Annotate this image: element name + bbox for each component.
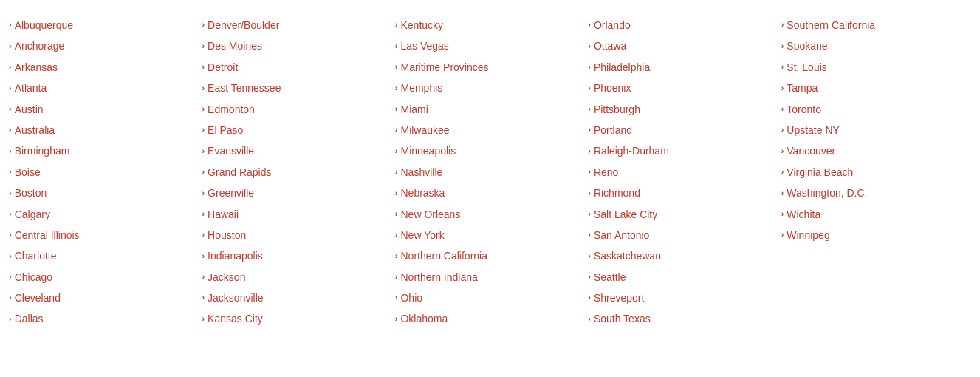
city-item[interactable]: ›Wichita bbox=[780, 204, 973, 225]
city-item[interactable]: ›Jackson bbox=[200, 267, 393, 288]
city-item[interactable]: ›Grand Rapids bbox=[200, 162, 393, 183]
city-item[interactable]: ›Richmond bbox=[586, 183, 779, 203]
chevron-right-icon: › bbox=[781, 18, 784, 32]
city-item[interactable]: ›Australia bbox=[7, 120, 200, 140]
city-item[interactable]: ›New York bbox=[394, 225, 586, 245]
chevron-right-icon: › bbox=[202, 228, 205, 242]
city-item[interactable]: ›Arkansas bbox=[7, 57, 200, 78]
city-label: San Antonio bbox=[594, 227, 650, 243]
city-item[interactable]: ›Atlanta bbox=[7, 78, 200, 98]
city-item[interactable]: ›Minneapolis bbox=[394, 140, 586, 161]
city-item[interactable]: ›Cleveland bbox=[7, 288, 200, 308]
city-item[interactable]: ›Detroit bbox=[200, 57, 393, 78]
city-item[interactable]: ›Kentucky bbox=[394, 15, 586, 35]
city-item[interactable]: ›Des Moines bbox=[200, 35, 393, 56]
city-item[interactable]: ›Ottawa bbox=[586, 35, 779, 56]
city-item[interactable]: ›Chicago bbox=[7, 267, 200, 288]
city-item[interactable]: ›Anchorage bbox=[7, 35, 200, 56]
city-item[interactable]: ›Vancouver bbox=[780, 140, 973, 161]
city-item[interactable]: ›Tampa bbox=[780, 78, 973, 98]
city-item[interactable]: ›El Paso bbox=[200, 120, 393, 140]
city-item[interactable]: ›Upstate NY bbox=[780, 120, 973, 140]
column-3: ›Kentucky›Las Vegas›Maritime Provinces›M… bbox=[394, 15, 586, 330]
city-label: Calgary bbox=[15, 206, 50, 223]
city-item[interactable]: ›Albuquerque bbox=[7, 15, 200, 35]
city-item[interactable]: ›Portland bbox=[586, 120, 779, 140]
chevron-right-icon: › bbox=[9, 123, 12, 137]
city-item[interactable]: ›Houston bbox=[200, 225, 393, 245]
city-item[interactable]: ›Shreveport bbox=[586, 288, 779, 308]
city-item[interactable]: ›Nebraska bbox=[394, 183, 586, 203]
city-item[interactable]: ›Boston bbox=[7, 183, 200, 203]
city-label: South Texas bbox=[594, 310, 651, 327]
city-label: Hawaii bbox=[208, 206, 239, 223]
city-item[interactable]: ›Dallas bbox=[7, 308, 200, 329]
city-label: Maritime Provinces bbox=[400, 59, 488, 75]
city-item[interactable]: ›Toronto bbox=[780, 99, 973, 120]
city-item[interactable]: ›Northern Indiana bbox=[394, 267, 586, 288]
chevron-right-icon: › bbox=[781, 187, 784, 200]
city-item[interactable]: ›Washington, D.C. bbox=[780, 183, 973, 203]
chevron-right-icon: › bbox=[202, 145, 205, 158]
city-item[interactable]: ›Charlotte bbox=[7, 245, 200, 266]
city-item[interactable]: ›Raleigh-Durham bbox=[586, 140, 779, 161]
city-item[interactable]: ›Hawaii bbox=[200, 204, 393, 225]
chevron-right-icon: › bbox=[202, 40, 205, 53]
chevron-right-icon: › bbox=[781, 145, 784, 158]
city-item[interactable]: ›Winnipeg bbox=[780, 225, 973, 245]
column-5: ›Southern California›Spokane›St. Louis›T… bbox=[780, 15, 973, 330]
city-item[interactable]: ›Orlando bbox=[586, 15, 779, 35]
city-item[interactable]: ›Phoenix bbox=[586, 78, 779, 98]
city-label: Australia bbox=[15, 122, 55, 138]
city-item[interactable]: ›Kansas City bbox=[200, 308, 393, 329]
city-label: Tampa bbox=[787, 80, 818, 96]
city-item[interactable]: ›Southern California bbox=[780, 15, 973, 35]
city-item[interactable]: ›Edmonton bbox=[200, 99, 393, 120]
city-item[interactable]: ›Jacksonville bbox=[200, 288, 393, 308]
chevron-right-icon: › bbox=[588, 145, 591, 158]
city-item[interactable]: ›Northern California bbox=[394, 245, 586, 266]
city-item[interactable]: ›Indianapolis bbox=[200, 245, 393, 266]
city-item[interactable]: ›Saskatchewan bbox=[586, 245, 779, 266]
city-item[interactable]: ›Memphis bbox=[394, 78, 586, 98]
city-label: Cleveland bbox=[15, 290, 61, 306]
city-label: Birmingham bbox=[15, 143, 70, 159]
city-item[interactable]: ›Virginia Beach bbox=[780, 162, 973, 183]
city-item[interactable]: ›Seattle bbox=[586, 267, 779, 288]
city-item[interactable]: ›Denver/Boulder bbox=[200, 15, 393, 35]
city-item[interactable]: ›Milwaukee bbox=[394, 120, 586, 140]
city-label: Greenville bbox=[208, 185, 254, 201]
chevron-right-icon: › bbox=[588, 40, 591, 53]
city-item[interactable]: ›Central Illinois bbox=[7, 225, 200, 245]
city-item[interactable]: ›Austin bbox=[7, 99, 200, 120]
city-item[interactable]: ›Las Vegas bbox=[394, 35, 586, 56]
city-item[interactable]: ›Greenville bbox=[200, 183, 393, 203]
city-item[interactable]: ›South Texas bbox=[586, 308, 779, 329]
chevron-right-icon: › bbox=[588, 291, 591, 305]
city-item[interactable]: ›Philadelphia bbox=[586, 57, 779, 78]
city-item[interactable]: ›Birmingham bbox=[7, 140, 200, 161]
city-item[interactable]: ›Calgary bbox=[7, 204, 200, 225]
chevron-right-icon: › bbox=[9, 40, 12, 53]
city-label: Dallas bbox=[15, 310, 44, 327]
city-item[interactable]: ›Boise bbox=[7, 162, 200, 183]
city-item[interactable]: ›Oklahoma bbox=[394, 308, 586, 329]
city-item[interactable]: ›Nashville bbox=[394, 162, 586, 183]
city-item[interactable]: ›Spokane bbox=[780, 35, 973, 56]
chevron-right-icon: › bbox=[781, 103, 784, 116]
city-item[interactable]: ›East Tennessee bbox=[200, 78, 393, 98]
city-item[interactable]: ›New Orleans bbox=[394, 204, 586, 225]
chevron-right-icon: › bbox=[9, 291, 12, 305]
city-item[interactable]: ›Miami bbox=[394, 99, 586, 120]
city-item[interactable]: ›Reno bbox=[586, 162, 779, 183]
city-item[interactable]: ›St. Louis bbox=[780, 57, 973, 78]
city-item[interactable]: ›Ohio bbox=[394, 288, 586, 308]
chevron-right-icon: › bbox=[9, 103, 12, 116]
city-item[interactable]: ›Salt Lake City bbox=[586, 204, 779, 225]
city-item[interactable]: ›San Antonio bbox=[586, 225, 779, 245]
city-item[interactable]: ›Pittsburgh bbox=[586, 99, 779, 120]
city-item[interactable]: ›Evansville bbox=[200, 140, 393, 161]
city-label: Seattle bbox=[594, 269, 626, 285]
chevron-right-icon: › bbox=[781, 61, 784, 74]
city-item[interactable]: ›Maritime Provinces bbox=[394, 57, 586, 78]
